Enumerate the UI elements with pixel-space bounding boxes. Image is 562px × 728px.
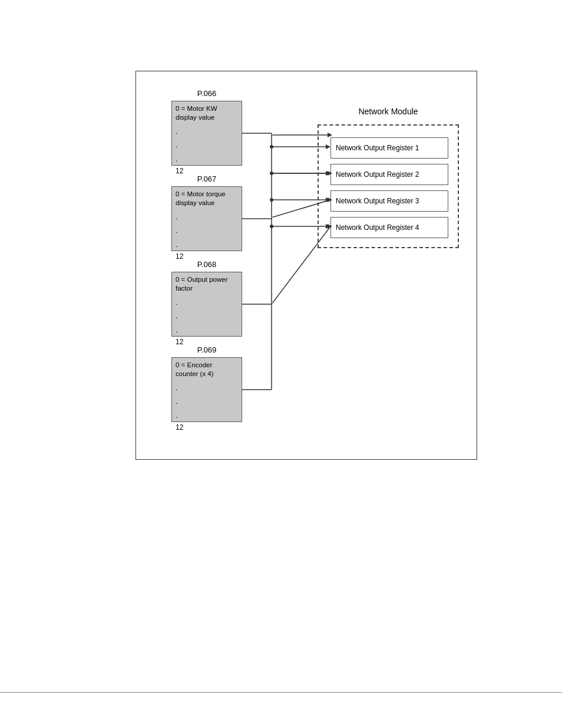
main-diagram-box: P.066 0 = Motor KW display value ... 12 … [135, 71, 477, 460]
network-module-box: Network Output Register 1 Network Output… [318, 124, 459, 248]
svg-point-36 [270, 198, 273, 202]
param-box-068: 0 = Output power factor ... 12 [171, 272, 242, 337]
param-068-dots: ... [176, 295, 238, 337]
svg-point-35 [270, 172, 273, 175]
param-069-bottom: 12 [176, 423, 238, 433]
param-066-dots: ... [176, 124, 238, 166]
param-067-line2: display value [176, 199, 238, 207]
param-069-line2: counter (x 4) [176, 370, 238, 378]
param-069-dots: ... [176, 381, 238, 422]
svg-point-37 [270, 225, 273, 228]
register-1: Network Output Register 1 [330, 137, 448, 159]
page: P.066 0 = Motor KW display value ... 12 … [0, 0, 562, 728]
param-066-line1: 0 = Motor KW [176, 104, 238, 113]
param-067-line1: 0 = Motor torque [176, 190, 238, 199]
bottom-divider [0, 692, 562, 693]
param-label-069: P.069 [171, 345, 242, 354]
register-2: Network Output Register 2 [330, 164, 448, 185]
register-4: Network Output Register 4 [330, 217, 448, 238]
param-069-line1: 0 = Encoder [176, 361, 238, 370]
network-module-title: Network Module [318, 107, 459, 116]
param-label-066: P.066 [171, 89, 242, 98]
param-label-067: P.067 [171, 174, 242, 183]
param-box-069: 0 = Encoder counter (x 4) ... 12 [171, 357, 242, 422]
param-067-dots: ... [176, 210, 238, 251]
register-3: Network Output Register 3 [330, 190, 448, 212]
param-068-line1: 0 = Output power [176, 275, 238, 284]
param-068-line2: factor [176, 284, 238, 293]
param-box-066: 0 = Motor KW display value ... 12 [171, 101, 242, 166]
param-label-068: P.068 [171, 260, 242, 269]
param-066-line2: display value [176, 113, 238, 122]
param-box-067: 0 = Motor torque display value ... 12 [171, 186, 242, 251]
svg-point-34 [270, 145, 273, 149]
